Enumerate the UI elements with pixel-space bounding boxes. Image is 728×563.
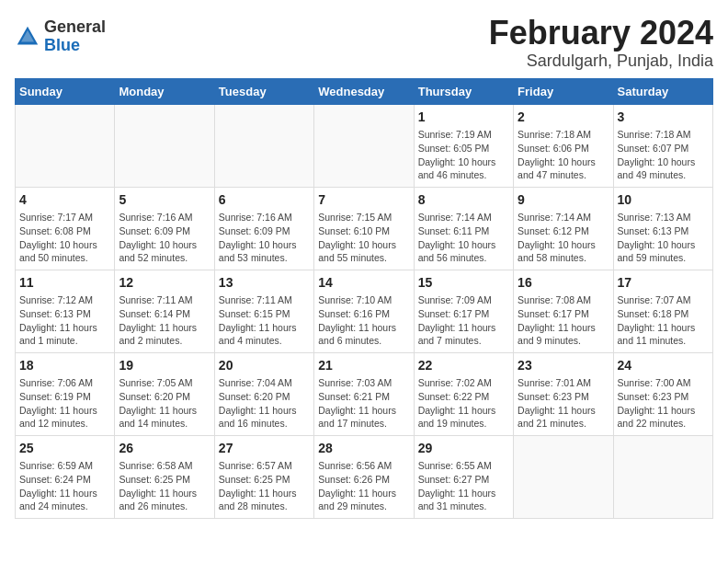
day-number: 14: [318, 274, 409, 293]
day-number: 25: [19, 440, 110, 458]
logo: General Blue: [15, 18, 106, 55]
day-info: Sunrise: 7:06 AM Sunset: 6:19 PM Dayligh…: [19, 376, 110, 431]
day-info: Sunrise: 7:15 AM Sunset: 6:10 PM Dayligh…: [318, 211, 409, 265]
calendar-cell: 29Sunrise: 6:55 AM Sunset: 6:27 PM Dayli…: [414, 435, 513, 518]
day-number: 26: [119, 440, 210, 458]
calendar-cell: 28Sunrise: 6:56 AM Sunset: 6:26 PM Dayli…: [314, 435, 414, 518]
calendar-cell: 2Sunrise: 7:18 AM Sunset: 6:06 PM Daylig…: [514, 104, 613, 187]
calendar-cell: 23Sunrise: 7:01 AM Sunset: 6:23 PM Dayli…: [514, 352, 613, 435]
day-number: 24: [618, 357, 709, 375]
calendar-table: SundayMondayTuesdayWednesdayThursdayFrid…: [15, 78, 713, 519]
day-info: Sunrise: 7:01 AM Sunset: 6:23 PM Dayligh…: [518, 376, 609, 431]
day-info: Sunrise: 6:58 AM Sunset: 6:25 PM Dayligh…: [119, 459, 210, 513]
day-number: 2: [518, 109, 609, 127]
day-info: Sunrise: 6:57 AM Sunset: 6:25 PM Dayligh…: [219, 459, 310, 513]
calendar-cell: 1Sunrise: 7:19 AM Sunset: 6:05 PM Daylig…: [414, 104, 513, 187]
calendar-cell: 10Sunrise: 7:13 AM Sunset: 6:13 PM Dayli…: [613, 187, 712, 270]
calendar-cell: 6Sunrise: 7:16 AM Sunset: 6:09 PM Daylig…: [214, 187, 313, 270]
calendar-week-row: 1Sunrise: 7:19 AM Sunset: 6:05 PM Daylig…: [16, 104, 713, 187]
day-number: 27: [219, 440, 310, 458]
calendar-cell: 11Sunrise: 7:12 AM Sunset: 6:13 PM Dayli…: [16, 270, 115, 352]
day-number: 7: [318, 191, 409, 210]
calendar-cell: 19Sunrise: 7:05 AM Sunset: 6:20 PM Dayli…: [115, 352, 214, 435]
calendar-subtitle: Sardulgarh, Punjab, India: [489, 52, 713, 71]
weekday-header: Wednesday: [314, 78, 414, 104]
calendar-cell: 7Sunrise: 7:15 AM Sunset: 6:10 PM Daylig…: [314, 187, 414, 270]
day-info: Sunrise: 7:05 AM Sunset: 6:20 PM Dayligh…: [119, 376, 210, 431]
page-header: General Blue February 2024 Sardulgarh, P…: [15, 15, 713, 71]
calendar-cell: 12Sunrise: 7:11 AM Sunset: 6:14 PM Dayli…: [115, 270, 214, 352]
calendar-cell: 15Sunrise: 7:09 AM Sunset: 6:17 PM Dayli…: [414, 270, 513, 352]
day-number: 1: [418, 109, 509, 127]
day-info: Sunrise: 7:12 AM Sunset: 6:13 PM Dayligh…: [19, 293, 110, 348]
day-info: Sunrise: 6:59 AM Sunset: 6:24 PM Dayligh…: [19, 459, 110, 513]
calendar-cell: 24Sunrise: 7:00 AM Sunset: 6:23 PM Dayli…: [613, 352, 712, 435]
calendar-cell: [314, 104, 414, 187]
calendar-cell: 8Sunrise: 7:14 AM Sunset: 6:11 PM Daylig…: [414, 187, 513, 270]
calendar-cell: 3Sunrise: 7:18 AM Sunset: 6:07 PM Daylig…: [613, 104, 712, 187]
day-info: Sunrise: 7:13 AM Sunset: 6:13 PM Dayligh…: [618, 211, 709, 265]
day-info: Sunrise: 6:56 AM Sunset: 6:26 PM Dayligh…: [318, 459, 409, 513]
calendar-cell: 17Sunrise: 7:07 AM Sunset: 6:18 PM Dayli…: [613, 270, 712, 352]
day-number: 18: [19, 357, 110, 375]
calendar-cell: [514, 435, 613, 518]
day-number: 22: [418, 357, 509, 375]
calendar-cell: 26Sunrise: 6:58 AM Sunset: 6:25 PM Dayli…: [115, 435, 214, 518]
day-number: 28: [318, 440, 409, 458]
calendar-cell: 27Sunrise: 6:57 AM Sunset: 6:25 PM Dayli…: [214, 435, 313, 518]
calendar-cell: 13Sunrise: 7:11 AM Sunset: 6:15 PM Dayli…: [214, 270, 313, 352]
day-info: Sunrise: 7:16 AM Sunset: 6:09 PM Dayligh…: [219, 211, 310, 265]
day-number: 15: [418, 274, 509, 293]
calendar-week-row: 11Sunrise: 7:12 AM Sunset: 6:13 PM Dayli…: [16, 270, 713, 352]
day-info: Sunrise: 7:16 AM Sunset: 6:09 PM Dayligh…: [119, 211, 210, 265]
day-info: Sunrise: 7:14 AM Sunset: 6:12 PM Dayligh…: [518, 211, 609, 265]
day-info: Sunrise: 7:18 AM Sunset: 6:07 PM Dayligh…: [618, 128, 709, 182]
weekday-header: Monday: [115, 78, 214, 104]
day-number: 19: [119, 357, 210, 375]
day-number: 16: [518, 274, 609, 293]
day-info: Sunrise: 7:17 AM Sunset: 6:08 PM Dayligh…: [19, 211, 110, 265]
day-info: Sunrise: 7:09 AM Sunset: 6:17 PM Dayligh…: [418, 293, 509, 348]
day-info: Sunrise: 7:11 AM Sunset: 6:15 PM Dayligh…: [219, 293, 310, 348]
day-info: Sunrise: 7:19 AM Sunset: 6:05 PM Dayligh…: [418, 128, 509, 182]
day-info: Sunrise: 7:18 AM Sunset: 6:06 PM Dayligh…: [518, 128, 609, 182]
calendar-title: February 2024: [489, 15, 713, 52]
calendar-cell: 4Sunrise: 7:17 AM Sunset: 6:08 PM Daylig…: [16, 187, 115, 270]
weekday-header: Sunday: [16, 78, 115, 104]
day-info: Sunrise: 7:00 AM Sunset: 6:23 PM Dayligh…: [618, 376, 709, 431]
day-info: Sunrise: 7:03 AM Sunset: 6:21 PM Dayligh…: [318, 376, 409, 431]
day-number: 20: [219, 357, 310, 375]
logo-text: General Blue: [44, 18, 106, 55]
day-info: Sunrise: 6:55 AM Sunset: 6:27 PM Dayligh…: [418, 459, 509, 513]
day-number: 12: [119, 274, 210, 293]
day-info: Sunrise: 7:02 AM Sunset: 6:22 PM Dayligh…: [418, 376, 509, 431]
day-info: Sunrise: 7:08 AM Sunset: 6:17 PM Dayligh…: [518, 293, 609, 348]
day-number: 21: [318, 357, 409, 375]
calendar-cell: 18Sunrise: 7:06 AM Sunset: 6:19 PM Dayli…: [16, 352, 115, 435]
day-info: Sunrise: 7:14 AM Sunset: 6:11 PM Dayligh…: [418, 211, 509, 265]
day-number: 11: [19, 274, 110, 293]
day-number: 8: [418, 191, 509, 210]
calendar-cell: 25Sunrise: 6:59 AM Sunset: 6:24 PM Dayli…: [16, 435, 115, 518]
calendar-cell: [613, 435, 712, 518]
day-number: 29: [418, 440, 509, 458]
day-number: 6: [219, 191, 310, 210]
weekday-header: Tuesday: [214, 78, 313, 104]
day-number: 5: [119, 191, 210, 210]
calendar-cell: 16Sunrise: 7:08 AM Sunset: 6:17 PM Dayli…: [514, 270, 613, 352]
title-block: February 2024 Sardulgarh, Punjab, India: [489, 15, 713, 71]
calendar-cell: [214, 104, 313, 187]
calendar-cell: [115, 104, 214, 187]
weekday-header: Thursday: [414, 78, 513, 104]
day-number: 17: [618, 274, 709, 293]
day-number: 13: [219, 274, 310, 293]
day-info: Sunrise: 7:10 AM Sunset: 6:16 PM Dayligh…: [318, 293, 409, 348]
calendar-cell: [16, 104, 115, 187]
day-info: Sunrise: 7:04 AM Sunset: 6:20 PM Dayligh…: [219, 376, 310, 431]
day-info: Sunrise: 7:07 AM Sunset: 6:18 PM Dayligh…: [618, 293, 709, 348]
calendar-week-row: 25Sunrise: 6:59 AM Sunset: 6:24 PM Dayli…: [16, 435, 713, 518]
weekday-header-row: SundayMondayTuesdayWednesdayThursdayFrid…: [16, 78, 713, 104]
calendar-cell: 9Sunrise: 7:14 AM Sunset: 6:12 PM Daylig…: [514, 187, 613, 270]
weekday-header: Friday: [514, 78, 613, 104]
logo-icon: [15, 24, 40, 50]
